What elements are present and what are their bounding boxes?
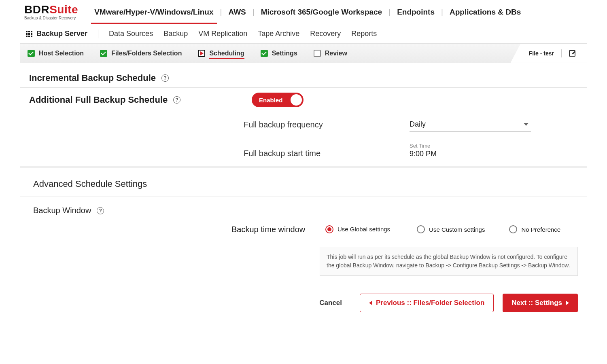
check-icon (261, 50, 268, 57)
previous-button[interactable]: Previous :: Files/Folder Selection (360, 294, 494, 312)
primary-nav: VMware/Hyper-V/Windows/Linux | AWS | Mic… (88, 1, 527, 23)
nav-aws[interactable]: AWS (222, 1, 252, 23)
full-backup-title: Additional Full Backup Schedule (29, 95, 168, 105)
menu-tape-archive[interactable]: Tape Archive (258, 30, 299, 38)
job-tag: File - tesr (511, 44, 587, 63)
backup-window-row: Backup time window Use Global settings U… (20, 219, 587, 244)
cancel-button[interactable]: Cancel (310, 294, 351, 312)
start-time-label: Full backup start time (244, 149, 397, 158)
menu-bar: Backup Server Data Sources Backup VM Rep… (20, 24, 587, 44)
edit-icon[interactable] (569, 50, 575, 57)
check-icon (28, 50, 35, 57)
nav-m365[interactable]: Microsoft 365/Google Workspace (255, 1, 389, 23)
nav-vmware[interactable]: VMware/Hyper-V/Windows/Linux (88, 1, 220, 23)
radio-no-preference[interactable]: No Preference (509, 225, 560, 233)
step-settings[interactable]: Settings (261, 50, 297, 57)
radio-icon (417, 225, 425, 233)
backup-window-note: This job will run as per its schedule as… (320, 247, 578, 276)
menu-home[interactable]: Backup Server (26, 30, 87, 38)
menu-home-label: Backup Server (36, 30, 87, 38)
wizard-steps: Host Selection Files/Folders Selection S… (20, 44, 587, 63)
full-backup-header-row: Additional Full Backup Schedule ? Enable… (20, 88, 587, 112)
step-review[interactable]: Review (314, 50, 347, 57)
toggle-knob-icon (291, 94, 302, 106)
job-name: File - tesr (529, 50, 554, 57)
chevron-down-icon (524, 123, 528, 126)
backup-window-label: Backup time window (231, 225, 321, 234)
help-icon[interactable]: ? (173, 96, 180, 104)
freq-label: Full backup frequency (244, 120, 397, 129)
freq-value: Daily (410, 120, 426, 129)
step-host-selection[interactable]: Host Selection (28, 50, 84, 57)
freq-select[interactable]: Daily (410, 118, 531, 131)
nav-apps-dbs[interactable]: Applications & DBs (443, 1, 527, 23)
brand-tagline: Backup & Disaster Recovery (24, 16, 78, 20)
nav-endpoints[interactable]: Endpoints (391, 1, 441, 23)
unchecked-icon (314, 50, 321, 57)
radio-custom[interactable]: Use Custom settings (417, 225, 485, 233)
brand-name-suite: Suite (49, 3, 78, 16)
start-time-hint: Set Time (410, 143, 531, 149)
toggle-label: Enabled (259, 97, 282, 104)
incremental-section: Incremental Backup Schedule ? (20, 63, 587, 88)
menu-recovery[interactable]: Recovery (310, 30, 341, 38)
menu-backup[interactable]: Backup (163, 30, 188, 38)
brand-logo: BDRSuite Backup & Disaster Recovery (24, 4, 78, 20)
full-backup-form: Full backup frequency Daily Full backup … (20, 112, 587, 166)
chevron-right-icon (566, 301, 569, 305)
step-files-folders[interactable]: Files/Folders Selection (100, 50, 182, 57)
apps-grid-icon (26, 31, 32, 37)
menu-data-sources[interactable]: Data Sources (109, 30, 153, 38)
brand-name-bdr: BDR (24, 3, 49, 16)
chevron-left-icon (369, 301, 372, 305)
radio-icon (325, 225, 333, 233)
next-button[interactable]: Next :: Settings (503, 294, 578, 312)
start-time-input[interactable]: 9:00 PM (410, 150, 531, 160)
wizard-footer: Cancel Previous :: Files/Folder Selectio… (20, 284, 587, 324)
menu-reports[interactable]: Reports (351, 30, 377, 38)
help-icon[interactable]: ? (161, 74, 169, 82)
incremental-title: Incremental Backup Schedule (29, 73, 156, 83)
backup-window-header: Backup Window ? (20, 197, 587, 219)
radio-icon (509, 225, 517, 233)
radio-global[interactable]: Use Global settings (325, 222, 393, 236)
advanced-settings-header: Advanced Schedule Settings (20, 166, 587, 197)
play-icon (198, 50, 205, 57)
top-bar: BDRSuite Backup & Disaster Recovery VMwa… (20, 0, 587, 24)
full-backup-toggle[interactable]: Enabled (252, 93, 304, 107)
step-scheduling[interactable]: Scheduling (198, 50, 244, 57)
menu-vm-replication[interactable]: VM Replication (198, 30, 247, 38)
help-icon[interactable]: ? (97, 207, 104, 214)
check-icon (100, 50, 107, 57)
